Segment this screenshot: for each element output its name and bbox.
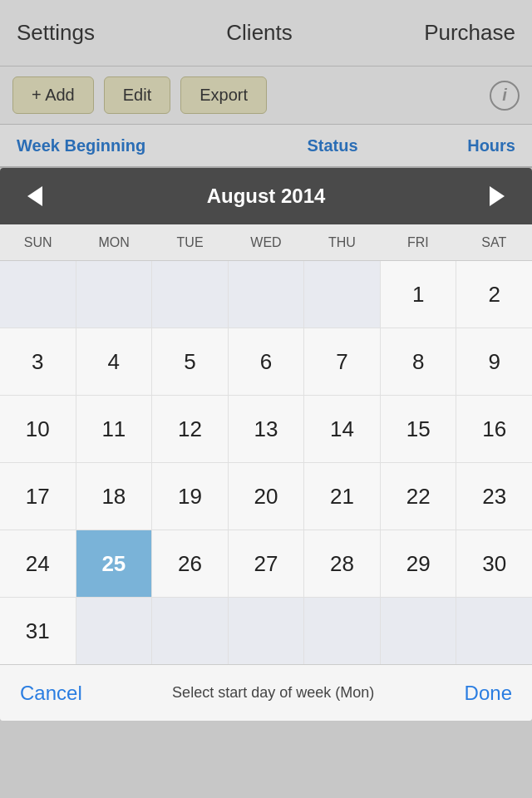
day-cell-22[interactable]: 22 xyxy=(381,463,456,530)
empty-cell xyxy=(229,598,304,664)
day-cell-29[interactable]: 29 xyxy=(381,530,456,597)
day-name-sun: SUN xyxy=(0,224,76,260)
day-cell-19[interactable]: 19 xyxy=(152,463,228,530)
day-name-fri: FRI xyxy=(380,224,456,260)
empty-cell xyxy=(456,598,532,664)
empty-cell xyxy=(0,261,76,328)
add-button[interactable]: + Add xyxy=(12,76,94,114)
day-cell-21[interactable]: 21 xyxy=(304,463,380,530)
day-cell-12[interactable]: 12 xyxy=(152,396,228,462)
empty-cell xyxy=(381,598,456,664)
day-name-thu: THU xyxy=(304,224,380,260)
day-name-wed: WED xyxy=(228,224,303,260)
day-cell-1[interactable]: 1 xyxy=(381,261,456,328)
day-cell-24[interactable]: 24 xyxy=(0,530,76,597)
done-button[interactable]: Done xyxy=(465,682,512,705)
day-cell-5[interactable]: 5 xyxy=(152,328,228,395)
empty-cell xyxy=(304,261,380,328)
day-name-mon: MON xyxy=(76,224,151,260)
select-day-label: Select start day of week (Mon) xyxy=(172,684,374,702)
day-cell-8[interactable]: 8 xyxy=(381,328,456,395)
table-header: Week Beginning Status Hours xyxy=(0,125,532,168)
day-cell-30[interactable]: 30 xyxy=(456,530,532,597)
day-cell-11[interactable]: 11 xyxy=(76,396,152,462)
empty-cell xyxy=(152,598,228,664)
col-week-beginning: Week Beginning xyxy=(17,136,260,155)
edit-button[interactable]: Edit xyxy=(104,76,170,114)
clients-nav[interactable]: Clients xyxy=(226,20,292,46)
calendar-grid: 1234567891011121314151617181920212223242… xyxy=(0,261,532,664)
calendar-day-names: SUNMONTUEWEDTHUFRISAT xyxy=(0,224,532,261)
empty-cell xyxy=(152,261,228,328)
prev-month-button[interactable] xyxy=(17,178,53,214)
info-icon[interactable]: i xyxy=(490,81,520,111)
day-cell-17[interactable]: 17 xyxy=(0,463,76,530)
settings-nav[interactable]: Settings xyxy=(17,20,95,46)
day-cell-2[interactable]: 2 xyxy=(456,261,532,328)
day-name-tue: TUE xyxy=(152,224,228,260)
day-cell-16[interactable]: 16 xyxy=(456,396,532,462)
top-nav: Settings Clients Purchase xyxy=(0,0,532,66)
calendar-overlay: August 2014 SUNMONTUEWEDTHUFRISAT 123456… xyxy=(0,168,532,798)
day-cell-13[interactable]: 13 xyxy=(229,396,304,462)
day-cell-31[interactable]: 31 xyxy=(0,598,76,664)
day-cell-4[interactable]: 4 xyxy=(76,328,152,395)
empty-cell xyxy=(304,598,380,664)
day-name-sat: SAT xyxy=(456,224,532,260)
day-cell-27[interactable]: 27 xyxy=(229,530,304,597)
day-cell-26[interactable]: 26 xyxy=(152,530,228,597)
day-cell-23[interactable]: 23 xyxy=(456,463,532,530)
day-cell-9[interactable]: 9 xyxy=(456,328,532,395)
cancel-button[interactable]: Cancel xyxy=(20,682,82,705)
col-status: Status xyxy=(260,136,404,155)
day-cell-18[interactable]: 18 xyxy=(76,463,152,530)
day-cell-6[interactable]: 6 xyxy=(229,328,304,395)
empty-cell xyxy=(76,598,152,664)
empty-cell xyxy=(76,261,152,328)
calendar: August 2014 SUNMONTUEWEDTHUFRISAT 123456… xyxy=(0,168,532,721)
day-cell-10[interactable]: 10 xyxy=(0,396,76,462)
next-month-button[interactable] xyxy=(479,178,515,214)
calendar-month-title: August 2014 xyxy=(207,185,326,208)
calendar-header: August 2014 xyxy=(0,168,532,224)
calendar-actions: Cancel Select start day of week (Mon) Do… xyxy=(0,664,532,721)
purchase-nav[interactable]: Purchase xyxy=(424,20,515,46)
export-button[interactable]: Export xyxy=(180,76,267,114)
col-hours: Hours xyxy=(405,136,515,155)
day-cell-7[interactable]: 7 xyxy=(304,328,380,395)
day-cell-28[interactable]: 28 xyxy=(304,530,380,597)
day-cell-15[interactable]: 15 xyxy=(381,396,456,462)
toolbar: + Add Edit Export i xyxy=(0,66,532,125)
day-cell-14[interactable]: 14 xyxy=(304,396,380,462)
empty-cell xyxy=(229,261,304,328)
day-cell-3[interactable]: 3 xyxy=(0,328,76,395)
day-cell-20[interactable]: 20 xyxy=(229,463,304,530)
day-cell-25[interactable]: 25 xyxy=(76,530,152,597)
